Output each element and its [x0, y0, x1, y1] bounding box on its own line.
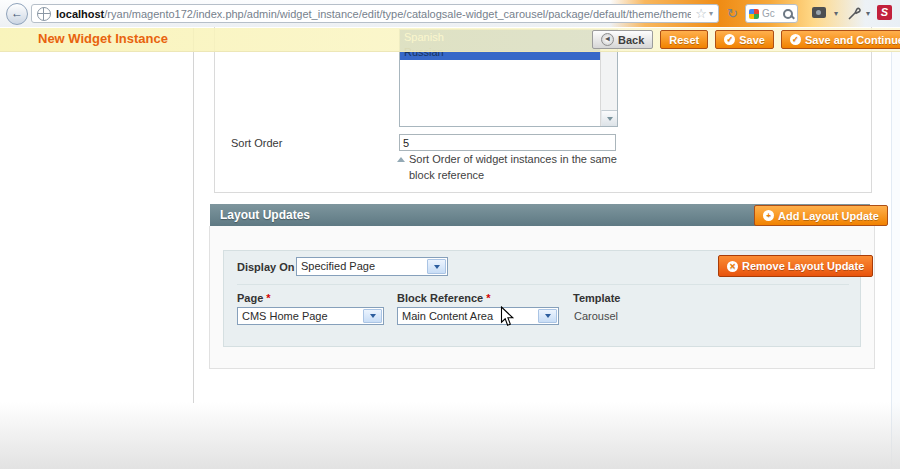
display-on-select[interactable]: Specified Page: [296, 257, 448, 276]
remove-layout-update-label: Remove Layout Update: [742, 260, 864, 272]
add-layout-update-label: Add Layout Update: [778, 210, 879, 222]
add-layout-update-button[interactable]: + Add Layout Update: [754, 205, 888, 226]
back-button[interactable]: ◂ Back: [592, 30, 653, 49]
page-header-bar: New Widget Instance ◂ Back Reset ✓ Save …: [0, 28, 900, 52]
sort-order-label: Sort Order: [231, 137, 282, 149]
google-icon[interactable]: [749, 9, 759, 19]
header-buttons: ◂ Back Reset ✓ Save ✓ Save and Continue …: [592, 30, 900, 49]
page-title: New Widget Instance: [38, 31, 168, 46]
save-button[interactable]: ✓ Save: [715, 30, 774, 49]
scroll-down-arrow-icon: [607, 117, 613, 121]
page-select-arrow-icon[interactable]: [363, 309, 382, 323]
browser-search-box[interactable]: Gc: [745, 4, 798, 23]
save-continue-check-icon: ✓: [790, 34, 801, 45]
screen: ← localhost/ryan/magento172/index.php/ad…: [0, 0, 900, 469]
block-reference-select[interactable]: Main Content Area: [397, 307, 559, 325]
save-and-continue-button[interactable]: ✓ Save and Continue Edit: [781, 30, 900, 49]
page-bottom-fade: [0, 402, 900, 469]
remove-x-icon: ✕: [727, 261, 738, 272]
eyedropper-dropdown-icon[interactable]: ▾: [866, 9, 870, 18]
content-divider: [193, 28, 194, 403]
reload-icon[interactable]: ↻: [724, 4, 741, 23]
url-text[interactable]: localhost/ryan/magento172/index.php/admi…: [56, 8, 691, 20]
bookmark-star-icon[interactable]: ☆: [695, 5, 707, 22]
browser-back-button[interactable]: ←: [6, 3, 28, 25]
row-separator: [237, 284, 849, 285]
site-favicon-globe-icon: [37, 7, 51, 21]
page-select[interactable]: CMS Home Page: [237, 307, 384, 325]
url-path: /ryan/magento172/index.php/admin/widget_…: [104, 8, 691, 20]
scroll-down-button[interactable]: [601, 110, 617, 126]
screenshot-tool-dropdown-icon[interactable]: ▾: [834, 9, 838, 18]
display-on-select-arrow-icon[interactable]: [427, 259, 446, 274]
search-magnifier-icon[interactable]: [783, 9, 793, 19]
url-dropdown-icon[interactable]: ▾: [709, 9, 713, 18]
screenshot-tool-icon[interactable]: [812, 7, 826, 18]
extension-s-badge[interactable]: S: [877, 5, 892, 20]
remove-layout-update-button[interactable]: ✕ Remove Layout Update: [718, 255, 873, 277]
reset-button[interactable]: Reset: [660, 30, 708, 49]
block-reference-select-arrow-icon[interactable]: [538, 309, 557, 323]
note-triangle-icon: [397, 157, 405, 162]
template-value: Carousel: [574, 310, 618, 322]
url-bar[interactable]: localhost/ryan/magento172/index.php/admi…: [31, 4, 719, 23]
eyedropper-icon[interactable]: [847, 6, 861, 21]
browser-scrollbar[interactable]: [891, 51, 900, 469]
add-plus-icon: +: [763, 210, 774, 221]
url-host: localhost: [56, 8, 104, 20]
mouse-cursor: [500, 306, 515, 327]
page-label: Page *: [237, 292, 271, 304]
search-input[interactable]: Gc: [762, 8, 783, 19]
browser-chrome: ← localhost/ryan/magento172/index.php/ad…: [0, 0, 900, 27]
sort-order-input[interactable]: [399, 134, 616, 151]
template-label: Template: [573, 292, 620, 304]
sort-order-note: Sort Order of widget instances in the sa…: [409, 151, 621, 183]
block-reference-label: Block Reference *: [397, 292, 491, 304]
display-on-label: Display On *: [237, 261, 302, 273]
save-check-icon: ✓: [724, 34, 735, 45]
back-arrow-icon: ◂: [601, 33, 614, 46]
